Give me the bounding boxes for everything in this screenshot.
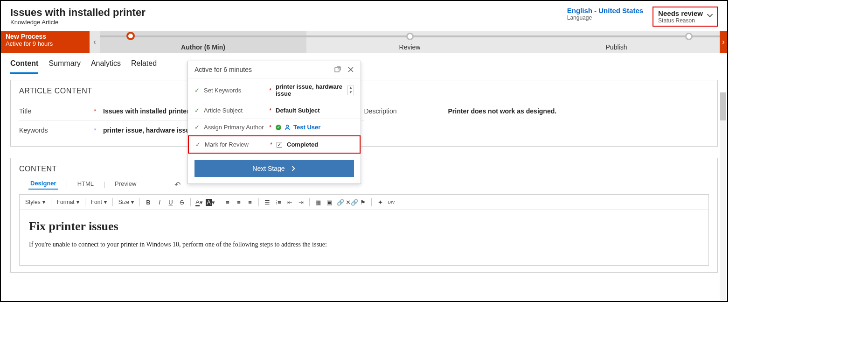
sparkle-button[interactable]: ✦ [375, 197, 385, 207]
align-right-button[interactable]: ≡ [245, 197, 255, 207]
tab-content[interactable]: Content [10, 57, 38, 74]
editor-toolbar: Styles▾ Format▾ Font▾ Size▾ B I U S A▾ A… [19, 194, 709, 210]
bold-button[interactable]: B [144, 197, 153, 207]
required-icon: * [270, 141, 277, 148]
content-section-heading: CONTENT [19, 165, 709, 173]
font-dropdown[interactable]: Font▾ [89, 198, 109, 206]
title-value[interactable]: Issues with installed printer [103, 107, 189, 115]
set-keywords-value[interactable]: printer issue, hardware issue ▲▼ [276, 83, 354, 97]
checkbox-icon[interactable]: ✓ [277, 142, 282, 148]
keywords-scroll[interactable]: ▲▼ [347, 85, 354, 95]
unlink-button[interactable]: ✕🔗 [347, 197, 356, 207]
process-active-for: Active for 9 hours [6, 40, 85, 47]
styles-dropdown[interactable]: Styles▾ [23, 198, 47, 206]
language-value: English - United States [567, 7, 643, 14]
mark-review-label: Mark for Review [205, 141, 270, 148]
presence-icon: ✓ [276, 125, 281, 130]
process-next-button[interactable]: › [720, 31, 727, 53]
caret-down-icon: ▾ [131, 199, 134, 205]
subtab-preview[interactable]: Preview [113, 180, 138, 189]
image-button[interactable]: ▣ [325, 197, 334, 207]
keywords-value[interactable]: printer issue, hardware issue [103, 127, 194, 134]
table-button[interactable]: ▦ [313, 197, 323, 207]
stage-publish-label: Publish [513, 43, 720, 51]
link-button[interactable]: 🔗 [336, 197, 345, 207]
mark-review-text: Completed [287, 141, 318, 148]
stage-review-label: Review [306, 43, 513, 51]
underline-button[interactable]: U [166, 197, 175, 207]
italic-button[interactable]: I [155, 197, 164, 207]
description-label: Description [364, 107, 439, 115]
caret-down-icon: ▾ [76, 199, 79, 205]
format-dropdown[interactable]: Format▾ [55, 198, 81, 206]
title-label: Title [19, 107, 94, 115]
status-label: Status Reason [658, 17, 703, 24]
process-prev-button[interactable]: ‹ [90, 31, 100, 53]
popout-icon[interactable] [334, 66, 341, 73]
tab-related[interactable]: Related [131, 57, 157, 74]
subtab-html[interactable]: HTML [76, 180, 96, 189]
check-icon: ✓ [194, 107, 200, 114]
assign-author-value[interactable]: ✓ Test User [276, 124, 354, 131]
check-icon: ✓ [195, 141, 201, 148]
article-subject-label: Article Subject [204, 107, 269, 114]
size-label: Size [118, 199, 129, 205]
language-field[interactable]: English - United States Language [567, 7, 643, 21]
align-left-button[interactable]: ≡ [223, 197, 232, 207]
numbered-list-button[interactable]: ☰ [263, 197, 272, 207]
popup-active-label: Active for 6 minutes [194, 66, 252, 73]
status-value: Needs review [658, 9, 703, 17]
text-color-button[interactable]: A▾ [194, 197, 204, 207]
keywords-label: Keywords [19, 127, 94, 134]
stage-flyout: Active for 6 minutes ✓ Set Keywords * pr… [187, 61, 361, 184]
editor-body[interactable]: Fix printer issues If you're unable to c… [19, 210, 709, 266]
scrollbar-thumb[interactable] [720, 92, 726, 120]
process-title: New Process [6, 33, 85, 40]
highlight-button[interactable]: A▾ [206, 197, 215, 207]
chevron-down-icon [707, 12, 713, 19]
styles-label: Styles [25, 199, 41, 205]
div-button[interactable]: DIV [387, 197, 396, 207]
required-icon: * [269, 87, 276, 94]
svg-point-1 [286, 125, 289, 127]
user-link[interactable]: Test User [293, 124, 320, 131]
language-label: Language [567, 14, 643, 21]
subtab-designer[interactable]: Designer [28, 180, 58, 190]
indent-button[interactable]: ⇥ [296, 197, 306, 207]
size-dropdown[interactable]: Size▾ [117, 198, 136, 206]
caret-down-icon: ▾ [42, 199, 45, 205]
next-stage-label: Next Stage [252, 165, 285, 172]
required-icon: * [269, 107, 276, 114]
mark-review-value[interactable]: ✓ Completed [277, 141, 353, 148]
stage-marker-review [406, 33, 414, 40]
close-icon[interactable] [347, 66, 354, 73]
outdent-button[interactable]: ⇤ [285, 197, 294, 207]
status-reason-field[interactable]: Needs review Status Reason [653, 7, 718, 27]
process-name-box[interactable]: New Process Active for 9 hours [1, 31, 90, 53]
assign-author-label: Assign Primary Author [204, 124, 269, 131]
scrollbar[interactable] [720, 92, 726, 300]
flag-button[interactable]: ⚑ [358, 197, 368, 207]
required-icon: * [94, 107, 98, 115]
divider [104, 182, 104, 188]
bullet-list-button[interactable]: ⁝≡ [274, 197, 283, 207]
strike-button[interactable]: S [177, 197, 187, 207]
divider [67, 182, 67, 188]
stage-author-label: Author (6 Min) [100, 43, 306, 51]
stage-marker-author [126, 32, 135, 40]
description-value[interactable]: Printer does not work as designed. [448, 107, 557, 115]
check-icon: ✓ [194, 124, 200, 131]
tab-summary[interactable]: Summary [49, 57, 80, 74]
next-stage-button[interactable]: Next Stage [194, 160, 354, 177]
recommended-icon: * [94, 127, 98, 134]
content-paragraph: If you're unable to connect to your prin… [29, 241, 699, 248]
font-label: Font [91, 199, 102, 205]
undo-button[interactable]: ↶ [174, 180, 181, 189]
article-section-heading: ARTICLE CONTENT [19, 87, 709, 95]
person-icon [284, 124, 291, 131]
article-subject-value[interactable]: Default Subject [276, 107, 354, 114]
chevron-right-icon [291, 166, 296, 171]
format-label: Format [57, 199, 75, 205]
align-center-button[interactable]: ≡ [234, 197, 243, 207]
tab-analytics[interactable]: Analytics [91, 57, 121, 74]
